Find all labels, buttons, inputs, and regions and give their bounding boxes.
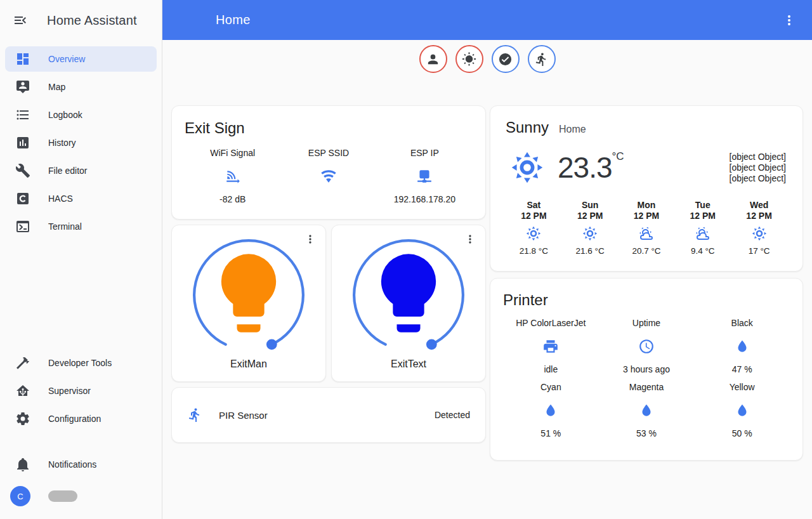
entity-badge[interactable]	[527, 45, 556, 73]
sun-ring-icon	[511, 151, 544, 184]
sidebar-nav: Overview Map Logbook History	[0, 41, 162, 242]
profile-name-redacted	[48, 490, 77, 502]
entity-badge[interactable]	[418, 45, 448, 73]
sidebar-item[interactable]: Developer Tools	[5, 350, 157, 376]
water-drop-icon	[638, 402, 655, 419]
light-card[interactable]: ExitMan	[171, 225, 326, 382]
sensor[interactable]: WiFi Signal -82 dB	[185, 148, 280, 205]
sensor-value: -82 dB	[219, 194, 246, 205]
weather-card[interactable]: Sunny Home 23.3°C [object Object][object…	[490, 105, 803, 272]
sensor-value: 192.168.178.20	[394, 194, 455, 205]
sidebar-item[interactable]: Map	[5, 74, 157, 100]
forecast-cell: Tue 12 PM 9.4 °C	[674, 200, 731, 256]
pir-name: PIR Sensor	[219, 410, 268, 421]
sensor[interactable]: ESP SSID	[280, 148, 376, 205]
sensor[interactable]: Cyan 51 %	[503, 382, 599, 439]
account-icon	[426, 52, 440, 67]
weather-attribute: [object Object]	[730, 162, 787, 173]
lightbulb-icon[interactable]	[202, 246, 296, 340]
profile-row[interactable]: C	[5, 481, 157, 511]
sensor[interactable]: Uptime 3 hours ago	[599, 318, 695, 375]
sidebar-item[interactable]: HACS	[5, 186, 157, 211]
entity-badge[interactable]	[454, 45, 484, 73]
forecast-day: Sun	[582, 200, 598, 211]
app-bar: Home	[162, 0, 812, 40]
water-drop-icon	[542, 402, 559, 419]
brightness-dial[interactable]	[185, 233, 312, 357]
sensor-name: WiFi Signal	[210, 148, 255, 158]
sensor[interactable]: HP ColorLaserJet idle	[503, 318, 599, 375]
forecast-cell: Sat 12 PM 21.8 °C	[506, 200, 562, 256]
printer-icon	[542, 338, 559, 355]
left-column: Exit Sign WiFi Signal -82 dB	[171, 105, 486, 461]
sidebar-item-notifications[interactable]: Notifications	[5, 452, 157, 477]
forecast-time: 12 PM	[577, 211, 603, 221]
sidebar-item-label: HACS	[48, 194, 73, 204]
light-card[interactable]: ExitText	[331, 225, 486, 382]
sidebar-item[interactable]: File editor	[5, 158, 157, 183]
sidebar-item[interactable]: History	[5, 130, 157, 155]
wrench-icon	[15, 163, 30, 178]
dial-handle[interactable]	[426, 339, 437, 350]
format-list-bulleted-icon	[15, 107, 30, 122]
sidebar-bottom-nav: Developer Tools Supervisor Configuration	[0, 345, 162, 434]
sensor[interactable]: Yellow 50 %	[694, 382, 790, 439]
sidebar-item[interactable]: Terminal	[5, 214, 157, 239]
avatar[interactable]: C	[10, 486, 30, 506]
forecast-cell: Sun 12 PM 21.6 °C	[562, 200, 619, 256]
sensor-value: 50 %	[732, 428, 752, 439]
page-title: Home	[216, 13, 251, 27]
run-icon	[534, 52, 549, 67]
sidebar-item[interactable]: Logbook	[5, 102, 157, 128]
sensor[interactable]: Black 47 %	[694, 318, 790, 375]
sensor-name: ESP SSID	[308, 148, 349, 158]
chart-box-icon	[15, 135, 30, 150]
sidebar-item[interactable]: Configuration	[5, 406, 157, 431]
app-title: Home Assistant	[47, 13, 137, 28]
menu-open-icon[interactable]	[13, 13, 28, 28]
forecast-day: Tue	[695, 200, 710, 211]
forecast-time: 12 PM	[690, 211, 716, 221]
badge-row	[171, 45, 803, 100]
card-title: Printer	[503, 291, 790, 309]
sidebar-item-label: Map	[48, 82, 65, 92]
sidebar-item-label: Logbook	[48, 110, 82, 120]
card-title: Exit Sign	[185, 119, 473, 137]
sensor-value: 53 %	[636, 428, 657, 439]
sensor-value: 51 %	[540, 428, 561, 439]
pir-sensor-card[interactable]: PIR Sensor Detected	[171, 387, 486, 443]
sidebar-item[interactable]: Overview	[5, 46, 157, 72]
right-column: Sunny Home 23.3°C [object Object][object…	[490, 105, 803, 461]
sun-ring-icon	[582, 226, 598, 241]
sidebar-item-label: Terminal	[48, 221, 82, 232]
entity-badge[interactable]	[490, 45, 520, 73]
forecast-temp: 17 °C	[749, 246, 770, 256]
sensor-name: Uptime	[632, 318, 660, 328]
water-drop-icon	[734, 338, 750, 355]
dial-handle[interactable]	[266, 339, 277, 350]
sensor[interactable]: Magenta 53 %	[599, 382, 695, 439]
sensor-value: idle	[544, 364, 558, 375]
weather-attributes: [object Object][object Object][object Ob…	[730, 152, 787, 184]
exit-sign-card: Exit Sign WiFi Signal -82 dB	[171, 105, 486, 220]
forecast-cell: Wed 12 PM 17 °C	[731, 200, 787, 256]
lightbulb-icon[interactable]	[362, 246, 455, 340]
home-assistant-icon	[15, 383, 30, 398]
brightness-dial[interactable]	[345, 233, 472, 357]
sensor[interactable]: ESP IP 192.168.178.20	[377, 148, 473, 205]
forecast-time: 12 PM	[746, 211, 771, 221]
weather-condition: Sunny	[506, 119, 549, 136]
sensor-name: Cyan	[540, 382, 561, 392]
sensor-value: 3 hours ago	[623, 364, 670, 375]
forecast-temp: 21.6 °C	[576, 246, 605, 256]
sidebar-item[interactable]: Supervisor	[5, 378, 157, 404]
forecast-day: Sat	[527, 200, 541, 211]
sidebar-divider-gap	[0, 434, 162, 449]
wifi-icon	[320, 168, 337, 185]
pir-state: Detected	[435, 410, 470, 420]
sensor-name: Yellow	[730, 382, 755, 392]
weather-location: Home	[559, 124, 586, 135]
sidebar-item-label: Configuration	[48, 414, 101, 424]
dots-vertical-icon[interactable]	[782, 13, 797, 28]
sensor-name: Black	[731, 318, 753, 328]
